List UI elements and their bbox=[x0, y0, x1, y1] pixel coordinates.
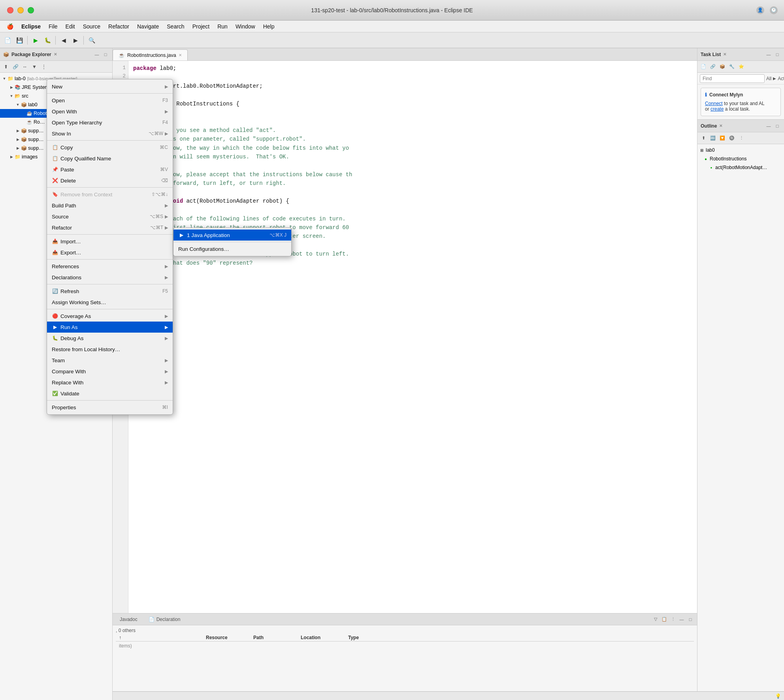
menu-search[interactable]: Search bbox=[163, 22, 188, 31]
menu-eclipse[interactable]: Eclipse bbox=[18, 22, 44, 31]
cm-item-restore[interactable]: Restore from Local History… bbox=[47, 344, 173, 355]
task-repo-btn[interactable]: 📦 bbox=[718, 62, 727, 71]
cm-item-coverage-as[interactable]: 🔴 Coverage As ▶ bbox=[47, 310, 173, 322]
task-wrench-btn[interactable]: 🔧 bbox=[727, 62, 736, 71]
cm-item-refactor[interactable]: Refactor ⌥⌘T ▶ bbox=[47, 222, 173, 233]
pkg-collapse-btn[interactable]: ⬆ bbox=[2, 62, 10, 71]
cm-item-references[interactable]: References ▶ bbox=[47, 261, 173, 272]
editor-tab-robotinstructions[interactable]: ☕ RobotInstructions.java ✕ bbox=[113, 49, 188, 60]
cm-item-declarations[interactable]: Declarations ▶ bbox=[47, 272, 173, 283]
bottom-maximize-btn[interactable]: □ bbox=[687, 616, 694, 623]
outline-maximize-btn[interactable]: □ bbox=[774, 122, 781, 130]
outline-toggle-btn[interactable]: 🔘 bbox=[727, 134, 736, 143]
cm-item-properties[interactable]: Properties ⌘I bbox=[47, 402, 173, 413]
cm-item-team[interactable]: Team ▶ bbox=[47, 355, 173, 366]
bottom-minimize-btn[interactable]: — bbox=[678, 616, 685, 623]
cm-item-open[interactable]: Open F3 bbox=[47, 95, 173, 106]
context-menu[interactable]: New ▶ Open F3 Open With ▶ Open Type Hier… bbox=[47, 79, 173, 415]
outline-filter-btn[interactable]: 🔽 bbox=[718, 134, 727, 143]
cm-item-open-hierarchy[interactable]: Open Type Hierarchy F4 bbox=[47, 117, 173, 128]
sm-item-java-application[interactable]: ▶ 1 Java Application ⌥⌘X J bbox=[173, 230, 291, 241]
task-minimize-btn[interactable]: — bbox=[765, 51, 772, 58]
menu-project[interactable]: Project bbox=[189, 22, 213, 31]
toolbar-search-btn[interactable]: 🔍 bbox=[87, 35, 97, 45]
cm-item-show-in[interactable]: Show In ⌥⌘W ▶ bbox=[47, 128, 173, 139]
toolbar-new-btn[interactable]: 📄 bbox=[2, 35, 13, 45]
outline-item-act[interactable]: ● act(RobotMotionAdapt… bbox=[697, 163, 784, 172]
cm-item-compare-with[interactable]: Compare With ▶ bbox=[47, 366, 173, 377]
cm-declarations-arrow: ▶ bbox=[165, 275, 168, 280]
task-filter-arrow[interactable]: ▶ bbox=[773, 76, 776, 81]
outline-collapse-btn[interactable]: ⬆ bbox=[699, 134, 708, 143]
cm-item-delete[interactable]: ❌ Delete ⌫ bbox=[47, 175, 173, 186]
menu-run[interactable]: Run bbox=[214, 22, 231, 31]
menu-edit[interactable]: Edit bbox=[62, 22, 79, 31]
cm-item-source[interactable]: Source ⌥⌘S ▶ bbox=[47, 211, 173, 222]
profile-icon[interactable]: 👤 bbox=[756, 6, 764, 14]
menu-file[interactable]: File bbox=[45, 22, 61, 31]
panel-maximize-btn[interactable]: □ bbox=[102, 51, 109, 58]
menu-refactor[interactable]: Refactor bbox=[105, 22, 133, 31]
menu-help[interactable]: Help bbox=[260, 22, 278, 31]
cm-item-run-as[interactable]: ▶ Run As ▶ bbox=[47, 322, 173, 333]
task-link-btn[interactable]: 🔗 bbox=[709, 62, 717, 71]
code-content[interactable]: package lab0; import support.lab0.RobotM… bbox=[128, 61, 697, 613]
cm-item-refresh[interactable]: 🔄 Refresh F5 bbox=[47, 286, 173, 297]
editor-tab-close[interactable]: ✕ bbox=[179, 53, 182, 57]
menu-navigate[interactable]: Navigate bbox=[134, 22, 162, 31]
toolbar-forward-btn[interactable]: ▶ bbox=[70, 35, 81, 45]
task-filter-input[interactable] bbox=[700, 74, 765, 83]
tab-declaration[interactable]: 📄 Declaration bbox=[145, 614, 185, 625]
panel-minimize-btn[interactable]: — bbox=[93, 51, 100, 58]
task-maximize-btn[interactable]: □ bbox=[774, 51, 781, 58]
connect-link[interactable]: Connect bbox=[705, 101, 723, 106]
cm-item-validate[interactable]: ✅ Validate bbox=[47, 388, 173, 399]
close-button[interactable] bbox=[7, 7, 13, 13]
outline-item-lab0[interactable]: ⊞ lab0 bbox=[697, 146, 784, 154]
pkg-link-btn[interactable]: 🔗 bbox=[11, 62, 20, 71]
tree-icon-ro: ☕ bbox=[26, 119, 32, 125]
cm-item-copy-qualified[interactable]: 📋 Copy Qualified Name bbox=[47, 153, 173, 164]
outline-menu-btn[interactable]: ⋮ bbox=[737, 134, 746, 143]
task-filter-acti[interactable]: Acti... bbox=[778, 76, 784, 81]
pkg-menu-btn[interactable]: ⋮ bbox=[40, 62, 48, 71]
bottom-menu-btn[interactable]: ⋮ bbox=[669, 616, 677, 623]
task-new-btn[interactable]: 📄 bbox=[699, 62, 708, 71]
cm-item-build-path[interactable]: Build Path ▶ bbox=[47, 200, 173, 211]
outline-minimize-btn[interactable]: — bbox=[765, 122, 772, 130]
bottom-copy-btn[interactable]: 📋 bbox=[661, 616, 668, 623]
maximize-button[interactable] bbox=[28, 7, 34, 13]
outline-sort-btn[interactable]: 🔤 bbox=[709, 134, 717, 143]
menu-apple[interactable]: 🍎 bbox=[3, 22, 17, 31]
cm-item-replace-with[interactable]: Replace With ▶ bbox=[47, 377, 173, 388]
toolbar-save-btn[interactable]: 💾 bbox=[14, 35, 24, 45]
cm-item-paste[interactable]: 📌 Paste ⌘V bbox=[47, 164, 173, 175]
toolbar-run-btn[interactable]: ▶ bbox=[30, 35, 41, 45]
cm-item-debug-as[interactable]: 🐛 Debug As ▶ bbox=[47, 333, 173, 344]
cm-item-import[interactable]: 📥 Import… bbox=[47, 236, 173, 247]
toolbar-back-btn[interactable]: ◀ bbox=[58, 35, 69, 45]
tab-javadoc[interactable]: Javadoc bbox=[116, 614, 141, 625]
run-as-submenu[interactable]: ▶ 1 Java Application ⌥⌘X J Run Configura… bbox=[173, 228, 292, 256]
menu-source[interactable]: Source bbox=[79, 22, 104, 31]
cm-item-export[interactable]: 📤 Export… bbox=[47, 247, 173, 258]
toolbar-debug-btn[interactable]: 🐛 bbox=[42, 35, 53, 45]
create-link[interactable]: create bbox=[710, 106, 724, 112]
history-icon[interactable]: 🕐 bbox=[770, 6, 778, 14]
task-star-btn[interactable]: ⭐ bbox=[737, 62, 746, 71]
code-editor[interactable]: 1234567891011121314151617181920212223 pa… bbox=[113, 61, 697, 613]
minimize-button[interactable] bbox=[17, 7, 24, 13]
outline-item-robotinstructions[interactable]: ● RobotInstructions bbox=[697, 154, 784, 163]
cm-item-copy[interactable]: 📋 Copy ⌘C bbox=[47, 142, 173, 153]
cm-item-new[interactable]: New ▶ bbox=[47, 81, 173, 92]
outline-label-lab0: lab0 bbox=[706, 147, 715, 153]
pkg-filter-btn[interactable]: ▼ bbox=[30, 62, 39, 71]
cm-item-assign-working-sets[interactable]: Assign Working Sets… bbox=[47, 297, 173, 308]
menu-window[interactable]: Window bbox=[232, 22, 259, 31]
pkg-sync-btn[interactable]: ↔ bbox=[21, 62, 29, 71]
sm-item-run-configurations[interactable]: Run Configurations… bbox=[173, 243, 291, 254]
cm-item-open-with[interactable]: Open With ▶ bbox=[47, 106, 173, 117]
bottom-filter-btn[interactable]: ▽ bbox=[652, 616, 659, 623]
col-sort-icon[interactable]: ↑ bbox=[116, 635, 203, 640]
task-filter-all[interactable]: All bbox=[766, 76, 771, 81]
